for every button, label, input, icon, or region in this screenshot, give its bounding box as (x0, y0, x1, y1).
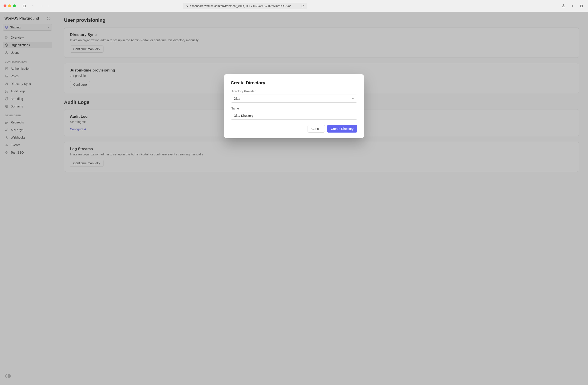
window-controls (3, 4, 16, 7)
new-tab-button[interactable] (569, 3, 576, 9)
cancel-button[interactable]: Cancel (308, 125, 325, 133)
back-button[interactable] (39, 3, 45, 9)
close-window-button[interactable] (3, 4, 6, 7)
create-directory-modal: Create Directory Directory Provider Okta… (224, 74, 364, 138)
share-button[interactable] (561, 3, 567, 9)
name-label: Name (231, 107, 357, 110)
chevron-down-icon[interactable] (30, 3, 36, 9)
provider-label: Directory Provider (231, 89, 357, 93)
svg-rect-6 (581, 5, 583, 7)
url-text: dashboard.workos.com/environment_01EQ1FT… (190, 4, 299, 8)
browser-toolbar: dashboard.workos.com/environment_01EQ1FT… (0, 0, 588, 12)
svg-rect-0 (23, 5, 25, 7)
sidebar-toggle-button[interactable] (21, 3, 27, 9)
forward-button[interactable] (46, 3, 52, 9)
modal-overlay[interactable]: Create Directory Directory Provider Okta… (0, 12, 588, 385)
directory-provider-select[interactable]: Okta (231, 95, 357, 102)
maximize-window-button[interactable] (13, 4, 16, 7)
reload-icon[interactable] (301, 4, 304, 8)
modal-title: Create Directory (231, 80, 357, 85)
svg-rect-2 (186, 6, 188, 7)
select-value: Okta (234, 97, 240, 100)
lock-icon (185, 5, 188, 7)
create-directory-button[interactable]: Create Directory (327, 125, 357, 133)
minimize-window-button[interactable] (8, 4, 11, 7)
chevron-down-icon (351, 97, 354, 100)
address-bar[interactable]: dashboard.workos.com/environment_01EQ1FT… (183, 3, 307, 9)
tabs-button[interactable] (578, 3, 585, 9)
directory-name-input[interactable] (231, 112, 357, 120)
